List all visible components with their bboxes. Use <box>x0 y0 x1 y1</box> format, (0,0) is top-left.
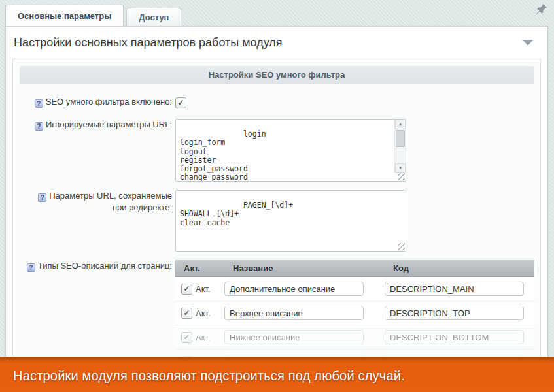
row-active-label: Акт. <box>196 333 211 342</box>
promo-banner: Настройки модуля позволяют подстроиться … <box>0 357 554 392</box>
form-row-ignored-params: ?Игнорируемые параметры URL: login login… <box>13 119 540 182</box>
row-active-checkbox[interactable]: ✓ <box>181 332 192 343</box>
redirect-params-textarea[interactable]: PAGEN_[\d]+ SHOWALL_[\d]+ clear_cache <box>175 190 406 252</box>
resize-grip-icon[interactable] <box>398 173 405 180</box>
column-header-code: Код <box>385 263 534 273</box>
tab-main-parameters-label: Основные параметры <box>18 11 111 21</box>
scroll-up-icon[interactable]: ▲ <box>395 120 406 129</box>
pushpin-icon[interactable] <box>536 3 547 15</box>
row-active-label: Акт. <box>196 284 211 294</box>
settings-form-box: Настройки SEO умного фильтра ?SEO умного… <box>12 59 541 392</box>
column-header-active: Акт. <box>175 263 224 273</box>
form-row-seo-enabled: ?SEO умного фильтра включено: ✓ <box>13 96 540 108</box>
table-row: ✓ Акт. Верхнее описание DESCRIPTION_TOP <box>175 301 534 325</box>
tab-access[interactable]: Доступ <box>126 8 181 26</box>
row-active-checkbox[interactable]: ✓ <box>181 284 192 295</box>
redirect-params-value: PAGEN_[\d]+ SHOWALL_[\d]+ clear_cache <box>180 201 293 227</box>
form-row-redirect-params: ?Параметры URL, сохраняемые при редирект… <box>13 190 540 252</box>
seo-enabled-checkbox[interactable]: ✓ <box>175 97 186 108</box>
page-title: Настройки основных параметров работы мод… <box>14 36 283 50</box>
collapse-arrow-icon[interactable] <box>523 40 533 46</box>
settings-panel: Настройки основных параметров работы мод… <box>5 26 548 392</box>
column-header-name: Название <box>224 263 385 273</box>
row-code-input[interactable]: DESCRIPTION_TOP <box>385 306 524 320</box>
table-row: ✓ Акт. Нижнее описание DESCRIPTION_BOTTO… <box>175 325 534 350</box>
section-header: Настройки SEO умного фильтра <box>20 66 534 84</box>
row-active-label: Акт. <box>196 308 211 318</box>
seo-types-label: Типы SEO-описаний для страниц: <box>38 261 172 270</box>
row-name-input[interactable]: Верхнее описание <box>224 306 364 320</box>
row-active-checkbox[interactable]: ✓ <box>181 308 192 319</box>
help-icon[interactable]: ? <box>35 122 43 131</box>
form-area: ?SEO умного фильтра включено: ✓ ?Игнорир… <box>13 90 540 374</box>
redirect-params-label-cell: ?Параметры URL, сохраняемые при редирект… <box>13 190 172 252</box>
ignored-params-control: login login_form logout register forgot_… <box>175 119 406 182</box>
scrollbar-thumb[interactable] <box>396 130 405 147</box>
row-name-input[interactable]: Нижнее описание <box>224 330 364 344</box>
panel-header: Настройки основных параметров работы мод… <box>6 27 547 59</box>
ignored-params-value: login login_form logout register forgot_… <box>180 129 270 182</box>
seo-enabled-label-cell: ?SEO умного фильтра включено: <box>13 96 172 108</box>
promo-banner-text: Настройки модуля позволяют подстроиться … <box>13 368 405 384</box>
seo-enabled-control: ✓ <box>175 96 186 108</box>
table-row: ✓ Акт. Дополнительное описание DESCRIPTI… <box>175 277 534 301</box>
scrollbar-track[interactable] <box>395 148 406 163</box>
row-code-input[interactable]: DESCRIPTION_MAIN <box>385 282 524 296</box>
help-icon[interactable]: ? <box>38 193 46 202</box>
ignored-params-textarea[interactable]: login login_form logout register forgot_… <box>175 119 406 182</box>
resize-grip-icon[interactable] <box>398 243 405 250</box>
tab-access-label: Доступ <box>139 12 169 22</box>
redirect-params-control: PAGEN_[\d]+ SHOWALL_[\d]+ clear_cache <box>175 190 406 252</box>
ignored-params-label-cell: ?Игнорируемые параметры URL: <box>13 119 172 182</box>
module-settings-window: Основные параметры Доступ Настройки осно… <box>0 0 554 392</box>
help-icon[interactable]: ? <box>35 99 43 108</box>
redirect-params-label: Параметры URL, сохраняемые при редиректе… <box>49 191 172 212</box>
ignored-params-label: Игнорируемые параметры URL: <box>46 120 172 129</box>
row-code-input[interactable]: DESCRIPTION_BOTTOM <box>385 330 524 344</box>
tab-main-parameters[interactable]: Основные параметры <box>5 5 124 26</box>
textarea-scrollbar[interactable]: ▲ ▼ <box>394 120 406 173</box>
seo-types-table-header: Акт. Название Код <box>175 260 534 277</box>
tab-bar: Основные параметры Доступ <box>5 5 549 26</box>
scroll-down-icon[interactable]: ▼ <box>395 163 406 173</box>
row-name-input[interactable]: Дополнительное описание <box>224 282 364 296</box>
seo-enabled-label: SEO умного фильтра включено: <box>46 97 172 106</box>
help-icon[interactable]: ? <box>27 263 35 272</box>
